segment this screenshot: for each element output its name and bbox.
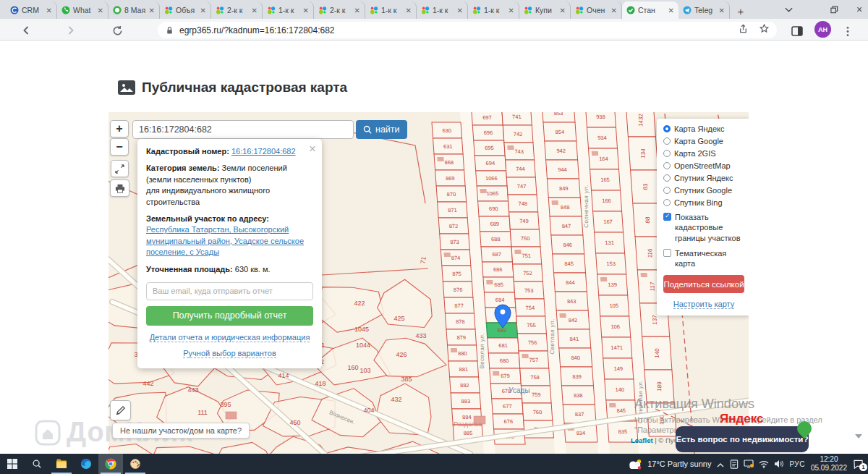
tab-close-icon[interactable]: ✕ [303, 7, 309, 14]
tab-search-chevron-icon[interactable] [780, 0, 797, 19]
forward-icon[interactable] [64, 23, 78, 38]
svg-text:88: 88 [644, 216, 651, 224]
tab-close-icon[interactable]: ✕ [200, 7, 206, 14]
cadastral-search-input[interactable] [132, 120, 354, 139]
reload-icon[interactable] [110, 23, 124, 38]
layer-checkbox-row[interactable]: Тематическая карта [663, 248, 744, 269]
radio-icon[interactable] [663, 125, 671, 132]
weather-widget[interactable]: 17°C Partly sunny [627, 458, 711, 470]
radio-icon[interactable] [663, 187, 671, 194]
browser-tab[interactable]: Объя✕ [160, 1, 211, 19]
layer-option[interactable]: Спутник Bing [663, 198, 744, 207]
document-tray-icon[interactable] [730, 460, 739, 469]
fullscreen-button[interactable] [111, 160, 129, 177]
radio-icon[interactable] [663, 162, 671, 169]
manual-options-link[interactable]: Ручной выбор вариантов [183, 349, 276, 358]
tab-close-icon[interactable]: ✕ [668, 7, 674, 14]
side-panel-icon[interactable] [790, 24, 804, 38]
zoom-in-button[interactable]: + [110, 120, 129, 137]
tab-close-icon[interactable]: ✕ [611, 7, 617, 14]
tab-close-icon[interactable]: ✕ [149, 7, 155, 14]
report-details-link[interactable]: Детали отчета и юридическая информация [150, 333, 310, 342]
network-tray-icon[interactable] [759, 460, 769, 468]
tray-expand-icon[interactable] [717, 457, 724, 470]
layer-option[interactable]: Спутник Google [663, 186, 744, 195]
get-report-button[interactable]: Получить подробный отчет [146, 306, 313, 326]
taskbar-search-icon[interactable] [25, 454, 49, 474]
browser-tab[interactable]: 8 Мая✕ [109, 1, 160, 19]
share-icon[interactable] [738, 23, 749, 37]
browser-tab[interactable]: Очен✕ [571, 1, 622, 19]
configure-map-link[interactable]: Настроить карту [673, 300, 735, 309]
layer-option[interactable]: OpenStreetMap [663, 161, 744, 170]
browser-tab[interactable]: 1-к к✕ [417, 1, 468, 19]
tab-close-icon[interactable]: ✕ [46, 7, 52, 14]
bookmark-star-icon[interactable] [759, 23, 770, 37]
browser-tab[interactable]: 2-к к✕ [314, 1, 365, 19]
address-link[interactable]: Республика Татарстан, Высокогорский муни… [146, 225, 304, 256]
radio-icon[interactable] [663, 137, 671, 145]
tab-close-icon[interactable]: ✕ [509, 7, 514, 14]
share-link-button[interactable]: Поделиться ссылкой [663, 275, 744, 293]
chat-collapse-icon[interactable] [855, 434, 862, 439]
new-tab-button[interactable]: + [733, 3, 749, 19]
start-button[interactable] [0, 454, 25, 474]
display-tray-icon[interactable] [744, 460, 754, 468]
tab-close-icon[interactable]: ✕ [98, 7, 103, 14]
back-icon[interactable] [19, 23, 33, 38]
tab-close-icon[interactable]: ✕ [252, 7, 258, 14]
file-explorer-icon[interactable] [49, 454, 74, 474]
checkbox-icon[interactable] [663, 213, 671, 221]
tab-close-icon[interactable]: ✕ [719, 7, 725, 14]
layer-option-label: Спутник Яндекс [674, 174, 733, 182]
browser-tab[interactable]: 1-к к✕ [263, 1, 314, 19]
print-button[interactable] [110, 179, 129, 197]
layer-checkbox-row[interactable]: Показать кадастровые границы участков [663, 212, 744, 243]
window-close-icon[interactable]: × [850, 0, 868, 19]
email-input[interactable] [146, 282, 313, 300]
window-restore-icon[interactable] [825, 0, 843, 19]
tab-close-icon[interactable]: ✕ [457, 7, 463, 14]
checkbox-icon[interactable] [663, 249, 671, 257]
layer-option[interactable]: Карта Яндекс [663, 124, 744, 133]
profile-avatar[interactable]: АН [814, 21, 831, 38]
menu-dots-icon[interactable] [841, 24, 855, 38]
tab-close-icon[interactable]: ✕ [354, 7, 360, 14]
tab-close-icon[interactable]: ✕ [406, 7, 412, 14]
layer-option[interactable]: Карта Google [663, 137, 744, 145]
zoom-out-button[interactable]: − [110, 138, 129, 156]
radio-icon[interactable] [663, 199, 671, 206]
browser-tab[interactable]: 2-к к✕ [211, 1, 263, 19]
browser-tab[interactable]: Купи✕ [519, 1, 571, 19]
browser-tab[interactable]: Стан✕ [622, 1, 678, 19]
chrome-icon[interactable] [98, 454, 123, 474]
layer-option[interactable]: Спутник Яндекс [663, 174, 744, 182]
svg-text:751: 751 [522, 253, 531, 259]
language-indicator[interactable]: РУС [789, 460, 805, 468]
svg-text:742: 742 [514, 131, 523, 137]
browser-tab[interactable]: 1-к к✕ [365, 1, 417, 19]
draw-parcel-button[interactable] [110, 400, 131, 420]
browser-tab[interactable]: Teleg✕ [678, 1, 730, 19]
address-bar[interactable]: egrp365.ru/?kadnum=16:16:172804:682 [158, 22, 777, 38]
tab-close-icon[interactable]: ✕ [560, 7, 566, 14]
layer-option[interactable]: Карта 2GIS [663, 149, 744, 158]
layer-options: Карта ЯндексКарта GoogleКарта 2GISOpenSt… [663, 124, 744, 207]
find-button[interactable]: найти [356, 120, 407, 139]
svg-text:139: 139 [608, 282, 617, 288]
notification-center-icon[interactable]: 1 [853, 460, 864, 469]
browser-tab[interactable]: What✕ [57, 1, 109, 19]
chat-widget[interactable]: Есть вопрос по недвижимости? [676, 426, 809, 452]
edge-icon[interactable] [74, 454, 98, 474]
paint-icon[interactable] [123, 454, 148, 474]
radio-icon[interactable] [663, 150, 671, 157]
radio-icon[interactable] [663, 174, 671, 182]
not-found-tooltip[interactable]: Не нашли участок/дом на карте? [112, 423, 250, 439]
close-icon[interactable]: × [309, 140, 316, 158]
browser-tab[interactable]: 1-к к✕ [468, 1, 519, 19]
volume-tray-icon[interactable] [774, 460, 783, 468]
cadastral-number-link[interactable]: 16:16:172804:682 [231, 147, 296, 156]
svg-text:844: 844 [566, 279, 575, 286]
browser-tab[interactable]: CRM✕ [6, 1, 57, 19]
taskbar-clock[interactable]: 12:20 05.09.2022 [811, 455, 847, 473]
